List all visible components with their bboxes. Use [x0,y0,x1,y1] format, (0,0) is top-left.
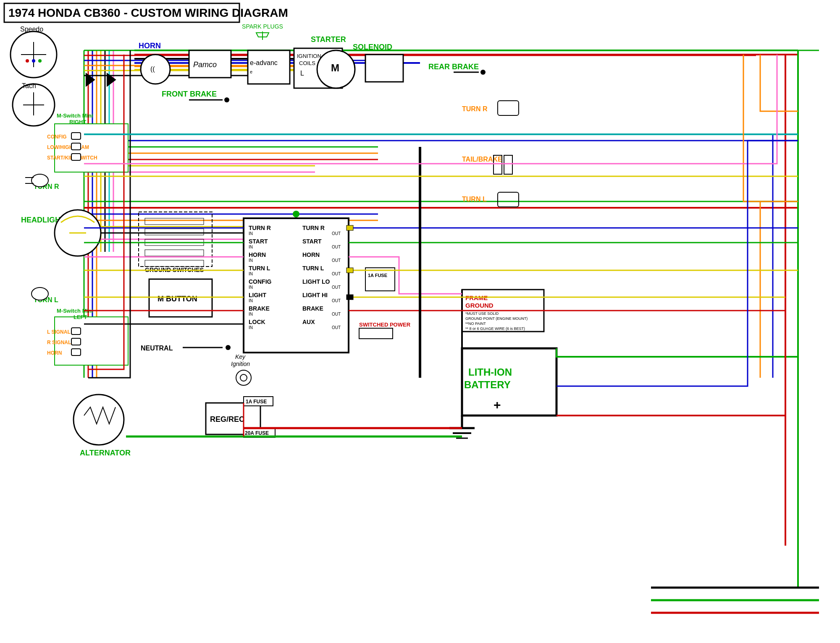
svg-text:COILS: COILS [299,60,315,66]
svg-point-7 [32,59,35,63]
svg-text:HORN: HORN [139,42,161,50]
svg-text:BRAKE: BRAKE [302,305,323,312]
svg-text:e: e [250,69,252,74]
svg-text:IN: IN [249,272,253,276]
svg-text:AUX: AUX [302,319,315,325]
svg-text:TURN L: TURN L [302,265,324,272]
svg-text:SWITCHED POWER: SWITCHED POWER [359,322,411,328]
svg-point-69 [32,288,48,300]
svg-text:R SIGNAL: R SIGNAL [47,340,71,345]
svg-text:OUT: OUT [332,231,341,236]
svg-text:Pamco: Pamco [193,60,217,69]
svg-point-8 [38,59,42,63]
svg-rect-155 [346,295,353,300]
svg-text:LIGHT HI: LIGHT HI [302,292,328,298]
svg-text:OUT: OUT [332,245,341,249]
svg-text:Ignition: Ignition [231,361,250,367]
svg-text:M-Switch Mini: M-Switch Mini [57,112,93,119]
svg-text:GROUND: GROUND [465,302,494,309]
svg-text:OUT: OUT [332,312,341,316]
svg-text:HORN: HORN [302,251,320,258]
svg-text:NEUTRAL: NEUTRAL [141,345,173,352]
svg-text:OUT: OUT [332,258,341,263]
svg-text:TURN R: TURN R [249,225,271,231]
svg-text:TURN R: TURN R [462,105,488,112]
svg-text:TURN R: TURN R [302,225,325,231]
svg-text:HORN: HORN [47,350,62,356]
svg-text:((: (( [150,65,155,73]
svg-point-53 [32,174,48,187]
svg-text:LITH-ION: LITH-ION [468,366,512,378]
title: 1974 HONDA CB360 - CUSTOM WIRING DIAGRAM [8,6,288,19]
svg-rect-22 [248,50,290,84]
svg-text:OUT: OUT [332,325,341,330]
svg-text:IN: IN [249,325,253,330]
svg-text:L: L [300,70,304,77]
svg-rect-74 [71,328,81,335]
svg-rect-153 [346,225,353,230]
svg-point-81 [226,345,231,350]
svg-text:** 8 or 6 GUAGE WIRE (6 is BES: ** 8 or 6 GUAGE WIRE (6 is BEST) [465,327,525,331]
svg-text:CONFIG: CONFIG [47,134,67,140]
svg-text:1A FUSE: 1A FUSE [368,273,387,278]
svg-text:Tach: Tach [22,82,36,89]
svg-point-122 [240,374,247,381]
svg-text:RIGHT: RIGHT [69,119,87,125]
svg-point-82 [74,395,124,445]
svg-text:+: + [494,398,501,412]
svg-text:START: START [249,238,268,245]
svg-text:IN: IN [249,245,253,249]
svg-text:Key: Key [235,353,246,360]
svg-text:STARTER: STARTER [311,35,346,44]
svg-rect-35 [365,55,403,82]
svg-text:REG/REC: REG/REC [210,415,244,423]
svg-text:TURN L: TURN L [249,265,270,272]
svg-text:BATTERY: BATTERY [464,379,511,390]
svg-text:**NO PAINT: **NO PAINT [465,322,486,326]
svg-rect-51 [71,154,81,160]
svg-text:OUT: OUT [332,272,341,276]
svg-text:BRAKE: BRAKE [249,305,270,312]
svg-text:OUT: OUT [332,298,341,303]
svg-rect-127 [365,268,395,291]
svg-text:CONFIG: CONFIG [249,278,272,285]
svg-text:HORN: HORN [249,251,266,258]
svg-point-17 [141,55,170,84]
wiring-diagram: 1974 HONDA CB360 - CUSTOM WIRING DIAGRAM [0,0,840,643]
svg-text:M: M [331,62,339,73]
svg-text:IN: IN [249,298,253,303]
svg-point-39 [480,70,486,75]
svg-text:LIGHT: LIGHT [249,292,266,298]
svg-text:M BUTTON: M BUTTON [158,295,197,303]
svg-text:GROUND POINT (ENGINE MOUNT): GROUND POINT (ENGINE MOUNT) [465,316,528,321]
svg-text:Speedo: Speedo [20,26,43,33]
svg-text:IN: IN [249,231,253,236]
svg-text:LOCK: LOCK [249,319,265,325]
svg-text:LEFT: LEFT [74,314,87,320]
svg-rect-47 [71,133,81,139]
svg-point-6 [26,59,29,63]
svg-rect-154 [346,268,353,273]
svg-rect-78 [71,349,81,355]
svg-point-156 [293,211,299,217]
svg-rect-130 [359,328,393,339]
svg-text:ALTERNATOR: ALTERNATOR [80,449,131,457]
svg-rect-49 [71,143,81,150]
svg-text:SPARK PLUGS: SPARK PLUGS [242,23,283,30]
svg-text:IN: IN [249,312,253,316]
svg-text:TAIL/BRAKE: TAIL/BRAKE [462,156,502,163]
svg-text:OUT: OUT [332,285,341,290]
svg-point-42 [224,97,229,102]
svg-text:1A FUSE: 1A FUSE [246,399,267,405]
svg-text:IN: IN [249,285,253,290]
svg-text:REAR BRAKE: REAR BRAKE [428,63,479,71]
svg-text:TURN L: TURN L [462,196,487,203]
svg-text:LOW/HIGH BEAM: LOW/HIGH BEAM [47,144,89,150]
svg-text:START: START [302,238,322,245]
svg-text:IGNITION: IGNITION [297,53,321,59]
svg-text:SOLENOID: SOLENOID [353,43,392,51]
svg-text:20A FUSE: 20A FUSE [245,430,269,436]
svg-text:L SIGNAL: L SIGNAL [47,329,71,335]
svg-text:IN: IN [249,258,253,263]
svg-rect-76 [71,338,81,345]
